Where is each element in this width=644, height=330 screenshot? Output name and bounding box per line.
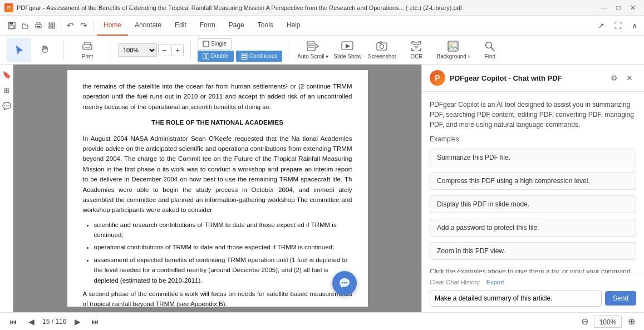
- qa-open-button[interactable]: [19, 19, 31, 32]
- maximize-button[interactable]: □: [612, 2, 625, 13]
- view-buttons: Single Double Continuous: [198, 38, 282, 62]
- svg-rect-5: [49, 23, 51, 25]
- sep4: [289, 40, 289, 60]
- background-button[interactable]: Background ›: [434, 38, 472, 62]
- comment-panel-button[interactable]: 💬: [1, 100, 12, 111]
- single-view-button[interactable]: Single: [198, 38, 232, 50]
- continuous-label: Continuous: [249, 53, 278, 59]
- svg-rect-24: [377, 43, 387, 50]
- menu-tab-page[interactable]: Page: [222, 16, 251, 36]
- continuous-view-button[interactable]: Continuous: [236, 51, 283, 62]
- screenshot-button[interactable]: Screenshot: [365, 38, 399, 62]
- current-page: 15: [42, 318, 50, 326]
- copilot-footer: Clear Chat History Export Send: [422, 273, 644, 312]
- print-button[interactable]: Print: [71, 38, 104, 62]
- copilot-panel: P PDFgear Copilot - Chat with PDF ⚙ ✕ PD…: [421, 65, 644, 312]
- svg-rect-1: [9, 22, 13, 24]
- next-page-button[interactable]: ▶: [71, 315, 84, 328]
- background-label: Background ›: [437, 53, 470, 60]
- copilot-send-button[interactable]: Send: [605, 291, 636, 306]
- svg-line-32: [491, 48, 495, 51]
- qa-print-button[interactable]: [32, 19, 45, 32]
- find-button[interactable]: Find: [473, 38, 507, 62]
- find-label: Find: [485, 53, 495, 60]
- quick-access-toolbar: ↶ ↷: [2, 19, 94, 32]
- action-tools: Auto Scroll ▾ Slide Show Screenshot: [294, 38, 509, 62]
- qa-save-button[interactable]: [6, 19, 18, 32]
- zoom-select[interactable]: 100% 75% 125% 150%: [118, 43, 157, 57]
- slide-show-button[interactable]: Slide Show: [331, 38, 364, 62]
- ocr-button[interactable]: OCR: [400, 38, 433, 62]
- fullscreen-button[interactable]: ⛶: [611, 18, 625, 33]
- copilot-example-3[interactable]: Display this PDF in slide mode.: [430, 195, 636, 213]
- cursor-tools: [4, 38, 59, 62]
- clear-chat-button[interactable]: Clear Chat History: [430, 279, 480, 285]
- copilot-header: P PDFgear Copilot - Chat with PDF ⚙ ✕: [422, 65, 644, 92]
- statusbar-zoom-in-button[interactable]: ⊕: [625, 316, 637, 328]
- svg-point-31: [486, 42, 492, 48]
- copilot-example-2[interactable]: Compress this PDF using a high compressi…: [430, 172, 636, 190]
- menu-tab-edit[interactable]: Edit: [168, 16, 193, 36]
- separator: [61, 21, 61, 31]
- menubar-right: ↗ ⛶ ∧: [594, 18, 642, 33]
- menu-tab-form[interactable]: Form: [193, 16, 222, 36]
- single-label: Single: [211, 41, 227, 47]
- zoom-out-button[interactable]: −: [158, 44, 170, 56]
- export-button[interactable]: Export: [486, 279, 504, 285]
- statusbar-zoom-out-button[interactable]: ⊖: [578, 316, 591, 328]
- menu-tab-tools[interactable]: Tools: [251, 16, 280, 36]
- pdf-list: scientific and research contributions of…: [94, 220, 352, 285]
- pdf-heading: THE ROLE OF THE NATIONAL ACADEMIES: [83, 117, 352, 127]
- auto-scroll-button[interactable]: Auto Scroll ▾: [296, 38, 330, 62]
- menu-tab-help[interactable]: Help: [280, 16, 307, 36]
- collapse-button[interactable]: ∧: [627, 18, 642, 33]
- undo-button[interactable]: ↶: [64, 19, 76, 32]
- copilot-overlay-button[interactable]: [332, 271, 357, 295]
- svg-rect-4: [37, 26, 40, 27]
- pdf-list-item-1: scientific and research contributions of…: [94, 220, 352, 240]
- close-button[interactable]: ✕: [626, 2, 640, 13]
- select-tool-button[interactable]: [7, 38, 31, 62]
- zoom-in-button[interactable]: +: [171, 44, 184, 56]
- svg-rect-14: [207, 53, 209, 59]
- minimize-button[interactable]: —: [597, 2, 611, 13]
- copilot-close-button[interactable]: ✕: [623, 71, 636, 85]
- double-view-button[interactable]: Double: [198, 51, 234, 62]
- copilot-example-1[interactable]: Summarize this PDF file.: [430, 149, 636, 166]
- pdf-para-1: the remains of the satellite into the oc…: [83, 81, 352, 112]
- bookmark-panel-button[interactable]: 🔖: [1, 69, 12, 80]
- hand-tool-button[interactable]: [32, 38, 57, 62]
- menu-tab-home[interactable]: Home: [97, 16, 128, 36]
- share-button[interactable]: ↗: [594, 18, 608, 33]
- svg-point-34: [343, 282, 345, 284]
- copilot-input[interactable]: [430, 290, 602, 307]
- last-page-button[interactable]: ⏭: [89, 315, 102, 328]
- svg-rect-13: [203, 53, 206, 59]
- svg-point-35: [346, 282, 347, 284]
- copilot-body: PDFgear Copilot is an AI tool designed t…: [422, 92, 644, 273]
- copilot-settings-button[interactable]: ⚙: [607, 71, 621, 85]
- redo-button[interactable]: ↷: [77, 19, 90, 32]
- thumbnail-panel-button[interactable]: ⊞: [1, 85, 12, 96]
- statusbar: ⏮ ◀ 15 / 116 ▶ ⏭ ⊖ 100% ⊕: [0, 312, 644, 330]
- menu-tab-annotate[interactable]: Annotate: [128, 16, 168, 36]
- view-mode-group: Single Double Continuous: [195, 38, 284, 62]
- pdf-page: the remains of the satellite into the oc…: [67, 70, 368, 307]
- statusbar-zoom-level: 100%: [594, 316, 622, 328]
- copilot-example-5[interactable]: Zoom in this PDF view.: [430, 242, 636, 260]
- copilot-example-4[interactable]: Add a password to protect this file.: [430, 219, 636, 237]
- print-label: Print: [82, 53, 94, 60]
- prev-page-button[interactable]: ◀: [24, 315, 38, 328]
- copilot-hint-text: Click the examples above to give them a …: [430, 268, 636, 273]
- svg-rect-15: [242, 53, 247, 55]
- sep2: [111, 40, 111, 60]
- sep3: [190, 40, 191, 60]
- copilot-app-icon: P: [430, 70, 445, 86]
- svg-rect-2: [9, 26, 14, 28]
- pdf-para-2: In August 2004 NASA Administrator Sean O…: [83, 134, 352, 215]
- qa-extra-button[interactable]: [46, 19, 58, 32]
- svg-point-11: [90, 46, 91, 47]
- svg-point-25: [380, 45, 384, 48]
- first-page-button[interactable]: ⏮: [7, 315, 20, 328]
- sep1: [63, 40, 64, 60]
